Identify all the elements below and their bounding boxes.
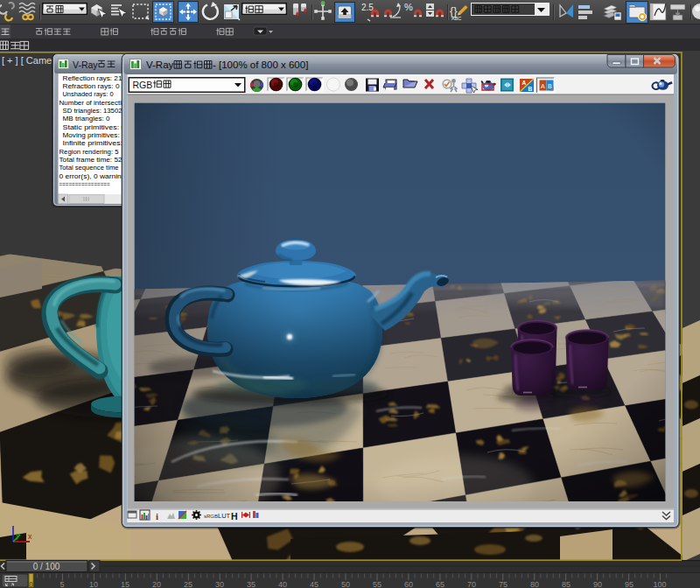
svg-text:0 / 100: 0 / 100 [33,562,60,571]
svg-text:Reflection rays: 21: Reflection rays: 21 [63,74,123,82]
svg-text:100: 100 [653,580,666,588]
svg-text:Total frame time: 52: Total frame time: 52 [60,156,123,164]
svg-text:B: B [548,83,552,89]
svg-text:Moving primitives: 0: Moving primitives: 0 [63,131,127,139]
svg-text:20: 20 [152,580,161,588]
svg-text:15: 15 [121,580,130,588]
svg-text:60: 60 [404,580,413,588]
svg-text:Refraction rays: 0: Refraction rays: 0 [63,82,121,90]
svg-text:90: 90 [593,580,602,588]
svg-text:Static primitives: 0: Static primitives: 0 [63,123,127,131]
svg-text:0 error(s), 0 warning: 0 error(s), 0 warning [60,172,126,180]
svg-text:35: 35 [247,580,256,588]
svg-text:5: 5 [60,580,64,588]
svg-text:- [100% of 800 x 600]: - [100% of 800 x 600] [213,60,308,70]
svg-text:80: 80 [530,580,539,588]
svg-text:50: 50 [341,580,350,588]
svg-text:40: 40 [278,580,287,588]
svg-text:B: B [528,86,533,92]
svg-text:RGB: RGB [133,80,153,90]
svg-text:================: ================ [60,180,110,188]
svg-text:A: A [522,80,527,86]
svg-text:65: 65 [436,580,444,588]
svg-text:0: 0 [29,580,33,588]
svg-text:Infinite primitives: 0: Infinite primitives: 0 [63,139,130,147]
svg-text:Region rendering: 5: Region rendering: 5 [60,148,120,156]
svg-text:V-Ray: V-Ray [73,60,98,70]
svg-text:75: 75 [499,580,508,588]
svg-text:85: 85 [562,580,570,588]
svg-text:LUT: LUT [218,512,231,520]
svg-text:10: 10 [89,580,98,588]
svg-text:i: i [156,511,158,522]
svg-text:45: 45 [310,580,318,588]
svg-text:55: 55 [373,580,382,588]
svg-text:H: H [231,511,238,522]
svg-text:95: 95 [625,580,634,588]
svg-text:V-Ray: V-Ray [146,60,174,70]
svg-text:70: 70 [467,580,476,588]
svg-text:SD triangles: 13502: SD triangles: 13502 [63,107,123,115]
svg-text:A: A [541,83,545,89]
svg-text:Unshaded rays: 0: Unshaded rays: 0 [63,90,115,98]
svg-text:MB triangles: 0: MB triangles: 0 [63,115,111,122]
svg-text:sRGB: sRGB [204,514,218,519]
svg-text:25: 25 [184,580,192,588]
svg-text:Total sequence time: Total sequence time [60,164,120,172]
svg-text:30: 30 [215,580,224,588]
svg-text:Number of intersectio: Number of intersectio [60,99,127,107]
